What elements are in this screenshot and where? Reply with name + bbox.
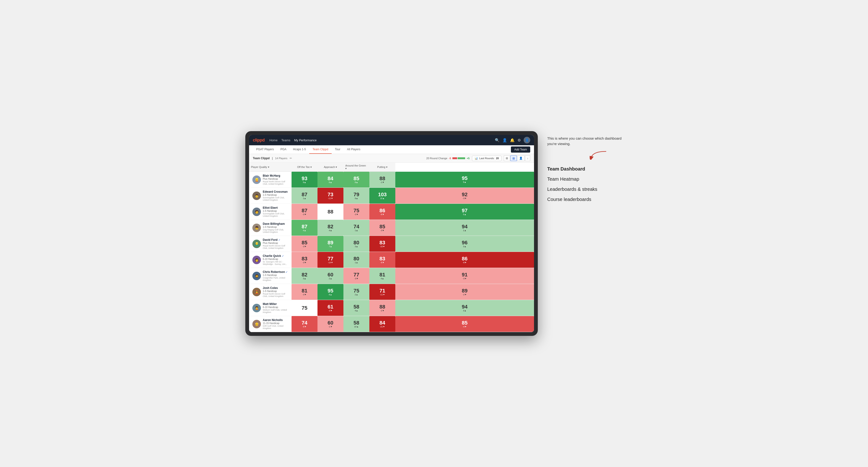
- score-cell-putting: 86 -8▼: [395, 252, 534, 268]
- score-change: 9▲: [463, 181, 466, 183]
- bell-icon[interactable]: 🔔: [510, 138, 515, 143]
- score-value: 95: [328, 288, 333, 293]
- score-cell-quality: 74 -8▼: [291, 316, 317, 332]
- score-value: 96: [462, 240, 467, 245]
- score-change: -14▼: [328, 261, 333, 264]
- score-cell-approach: 80 3▲: [343, 236, 369, 252]
- score-value: 84: [328, 176, 333, 181]
- view-buttons: ⊞ ▦ 👤 ↓: [504, 155, 530, 161]
- table-row[interactable]: 🧑 Elliot Ebert 1-5 Handicap Sunningdale …: [249, 204, 534, 220]
- tab-pgat-players[interactable]: PGAT Players: [253, 145, 277, 154]
- score-cell-putting: 91 -3▼: [395, 268, 534, 284]
- player-cell-9[interactable]: 👴 Aaron Nicholls 11-15 Handicap Drift Go…: [249, 316, 291, 332]
- player-cell-8[interactable]: 🧑‍🦱 Matt Miller 6-10 Handicap Woburn Gol…: [249, 300, 291, 316]
- table-row[interactable]: 🧔 Chris Robertson ✓ 1-5 Handicap Craigmi…: [249, 268, 534, 284]
- score-cell-tee: 88: [317, 204, 343, 220]
- score-cell-quality: 81 -3▼: [291, 284, 317, 300]
- score-value: 85: [379, 224, 385, 229]
- th-around-green[interactable]: Around the Green ▾: [343, 163, 369, 172]
- score-change: 8▲: [355, 181, 358, 184]
- settings-icon[interactable]: ⚙: [518, 138, 521, 143]
- menu-item-course-leaderboards[interactable]: Course leaderboards: [547, 196, 623, 203]
- player-avatar: 👱: [252, 176, 261, 184]
- th-player-quality[interactable]: Player Quality ▾: [249, 163, 291, 172]
- player-handicap: Plus Handicap: [263, 178, 288, 180]
- score-value: 75: [302, 305, 307, 311]
- view-person-btn[interactable]: 👤: [517, 155, 525, 161]
- table-row[interactable]: 👱 Blair McHarg Plus Handicap Royal North…: [249, 172, 534, 188]
- score-change: 15▲: [380, 197, 385, 199]
- tab-pga[interactable]: PGA: [277, 145, 290, 154]
- edit-icon[interactable]: ✏: [290, 157, 292, 160]
- nav-icons: 🔍 👤 🔔 ⚙ 👤: [495, 137, 530, 144]
- user-icon[interactable]: 👤: [502, 138, 507, 143]
- player-club: Sunningdale Golf Club, United Kingdom: [263, 213, 288, 217]
- player-club: Royal North Devon Golf Club, United King…: [263, 245, 288, 249]
- player-cell-7[interactable]: 👲 Josh Coles 1-5 Handicap Royal North De…: [249, 284, 291, 300]
- tab-hcaps[interactable]: Hcaps 1-5: [290, 145, 309, 154]
- view-download-btn[interactable]: ↓: [525, 155, 530, 161]
- player-cell-5[interactable]: 👩 Charlie Quick ✓ 6-10 Handicap St. Geor…: [249, 252, 291, 268]
- player-cell-1[interactable]: 👨 Edward Crossman 1-5 Handicap Sunningda…: [249, 188, 291, 204]
- player-info: Dave Billingham 1-5 Handicap Gog Magog G…: [263, 222, 288, 233]
- menu-item-leaderboards[interactable]: Leaderboards & streaks: [547, 186, 623, 193]
- player-cell-4[interactable]: 👱‍♂️ David Ford ✓ Plus Handicap Royal No…: [249, 236, 291, 252]
- user-avatar-nav[interactable]: 👤: [524, 137, 530, 144]
- score-value: 60: [328, 272, 333, 277]
- score-change: -6▼: [380, 213, 384, 216]
- nav-home[interactable]: Home: [269, 137, 278, 143]
- player-name: Josh Coles: [263, 286, 288, 290]
- search-icon[interactable]: 🔍: [495, 138, 500, 143]
- player-cell-6[interactable]: 🧔 Chris Robertson ✓ 1-5 Handicap Craigmi…: [249, 268, 291, 284]
- player-cell-2[interactable]: 🧑 Elliot Ebert 1-5 Handicap Sunningdale …: [249, 204, 291, 220]
- score-value: 58: [353, 304, 359, 309]
- tab-all-players[interactable]: All Players: [344, 145, 364, 154]
- table-row[interactable]: 👱‍♂️ David Ford ✓ Plus Handicap Royal No…: [249, 236, 534, 252]
- tab-tour[interactable]: Tour: [332, 145, 344, 154]
- score-cell-putting: 94 1▲: [395, 220, 534, 236]
- player-avatar: 🧔: [252, 272, 261, 280]
- menu-item-team-dashboard[interactable]: Team Dashboard: [547, 165, 623, 173]
- player-cell-0[interactable]: 👱 Blair McHarg Plus Handicap Royal North…: [249, 172, 291, 188]
- last-rounds-button[interactable]: 📊 Last Rounds: 20: [472, 156, 501, 161]
- nav-teams[interactable]: Teams: [281, 137, 290, 143]
- player-handicap: 1-5 Handicap: [263, 290, 288, 292]
- player-cell-3[interactable]: 👦 Dave Billingham 1-5 Handicap Gog Magog…: [249, 220, 291, 236]
- table-row[interactable]: 👦 Dave Billingham 1-5 Handicap Gog Magog…: [249, 220, 534, 236]
- th-approach[interactable]: Approach ▾: [317, 163, 343, 172]
- score-value: 71: [379, 288, 385, 293]
- logo[interactable]: clippd: [253, 138, 265, 143]
- th-putting[interactable]: Putting ▾: [369, 163, 395, 172]
- player-handicap: 1-5 Handicap: [263, 274, 288, 276]
- player-name: Charlie Quick ✓: [263, 254, 288, 257]
- score-cell-approach: 79 9▲: [343, 188, 369, 204]
- th-off-tee[interactable]: Off the Tee ▾: [291, 163, 317, 172]
- table-row[interactable]: 👴 Aaron Nicholls 11-15 Handicap Drift Go…: [249, 316, 534, 332]
- score-value: 97: [462, 208, 467, 213]
- score-change: 7▲: [329, 245, 332, 248]
- player-info: Blair McHarg Plus Handicap Royal North D…: [263, 174, 288, 185]
- player-info: Chris Robertson ✓ 1-5 Handicap Craigmill…: [263, 270, 288, 281]
- table-row[interactable]: 🧑‍🦱 Matt Miller 6-10 Handicap Woburn Gol…: [249, 300, 534, 316]
- view-heatmap-btn[interactable]: ▦: [510, 155, 517, 161]
- score-cell-around-green: 86 -6▼: [369, 204, 395, 220]
- menu-item-team-heatmap[interactable]: Team Heatmap: [547, 176, 623, 183]
- nav-my-performance[interactable]: My Performance: [294, 137, 316, 143]
- th-off-tee-label: Off the Tee ▾: [297, 165, 312, 168]
- add-team-button[interactable]: Add Team: [511, 147, 530, 153]
- tab-team-clippd[interactable]: Team Clippd: [309, 145, 332, 154]
- view-grid-btn[interactable]: ⊞: [504, 155, 510, 161]
- rounds-icon: 📊: [474, 157, 478, 160]
- score-value: 83: [379, 256, 385, 261]
- table-row[interactable]: 👲 Josh Coles 1-5 Handicap Royal North De…: [249, 284, 534, 300]
- score-cell-putting: 89 -2▼: [395, 284, 534, 300]
- score-cell-quality: 93 9▲: [291, 172, 317, 188]
- score-change: -3▼: [354, 213, 359, 216]
- player-avatar: 👩: [252, 256, 261, 264]
- score-cell-tee: 60 -1▼: [317, 316, 343, 332]
- table-row[interactable]: 👨 Edward Crossman 1-5 Handicap Sunningda…: [249, 188, 534, 204]
- score-change: -3▼: [303, 245, 307, 248]
- score-change: -11▼: [328, 197, 333, 199]
- table-row[interactable]: 👩 Charlie Quick ✓ 6-10 Handicap St. Geor…: [249, 252, 534, 268]
- table-header-row: Player Quality ▾ Off the Tee ▾ Appro: [249, 163, 534, 172]
